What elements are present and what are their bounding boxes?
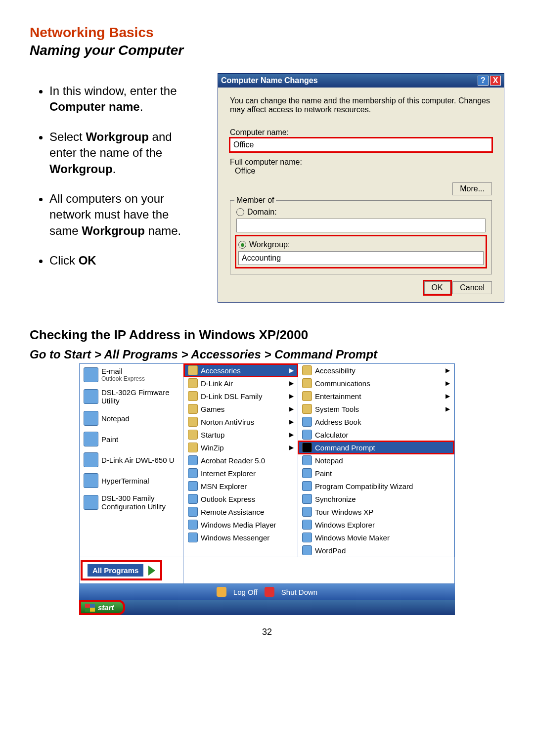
app-icon (84, 367, 98, 382)
cancel-button[interactable]: Cancel (452, 281, 492, 294)
arrow-right-icon: ▶ (289, 405, 294, 412)
member-of-group: Member of Domain: Workgroup: (230, 200, 492, 274)
app-icon (84, 432, 98, 446)
menu-item[interactable]: Remote Assistance (184, 505, 298, 518)
arrow-right-icon: ▶ (289, 418, 294, 425)
menu-item[interactable]: Norton AntiVirus▶ (184, 415, 298, 428)
domain-label: Domain: (247, 208, 277, 217)
computer-name-label: Computer name: (230, 128, 492, 137)
start-menu-item[interactable]: Paint (80, 429, 183, 449)
menu-item[interactable]: Accessibility▶ (298, 364, 454, 377)
menu-item[interactable]: Windows Explorer (298, 518, 454, 531)
menu-item-label: Windows Media Player (201, 521, 276, 529)
menu-item[interactable]: WordPad (298, 544, 454, 557)
menu-item[interactable]: Startup▶ (184, 428, 298, 441)
arrow-right-icon: ▶ (445, 367, 450, 374)
arrow-right-icon: ▶ (445, 380, 450, 387)
menu-item[interactable]: MSN Explorer (184, 480, 298, 492)
app-icon (188, 507, 198, 517)
start-menu-item[interactable]: E-mailOutlook Express (80, 364, 183, 385)
help-icon[interactable]: ? (478, 76, 489, 86)
shutdown-icon (265, 587, 274, 597)
arrow-right-icon: ▶ (289, 367, 294, 374)
section-subtitle: Naming your Computer (30, 43, 504, 58)
app-icon (302, 430, 312, 440)
app-icon (302, 545, 312, 555)
menu-item[interactable]: D-Link Air▶ (184, 377, 298, 390)
instruction-item: In this window, enter the Computer name. (49, 83, 198, 115)
computer-name-dialog: Computer Name Changes ? X You can change… (218, 73, 504, 303)
domain-input[interactable] (236, 219, 486, 232)
menu-item[interactable]: Tour Windows XP (298, 505, 454, 518)
folder-icon (188, 391, 198, 401)
menu-item-label: Address Book (315, 418, 361, 426)
menu-item[interactable]: System Tools▶ (298, 402, 454, 415)
app-icon (188, 533, 198, 542)
menu-item[interactable]: Synchronize (298, 492, 454, 505)
app-icon (302, 481, 312, 491)
menu-item[interactable]: Notepad (298, 454, 454, 467)
menu-item-label: Internet Explorer (201, 469, 256, 478)
workgroup-radio[interactable] (238, 241, 246, 249)
domain-radio[interactable] (236, 208, 244, 216)
menu-item[interactable]: Internet Explorer (184, 467, 298, 480)
menu-item-label: D-Link Air (201, 379, 233, 388)
ok-button[interactable]: OK (424, 281, 450, 294)
more-button[interactable]: More... (452, 182, 492, 195)
arrow-right-icon (148, 566, 155, 576)
menu-item[interactable]: Accessories▶ (184, 364, 298, 377)
workgroup-input[interactable] (238, 251, 484, 265)
app-icon (84, 389, 98, 404)
app-icon (188, 494, 198, 504)
computer-name-input[interactable] (230, 138, 492, 152)
folder-icon (188, 443, 198, 452)
start-label: start (98, 603, 114, 612)
menu-item[interactable]: WinZip▶ (184, 441, 298, 454)
menu-item[interactable]: Calculator (298, 428, 454, 441)
menu-item[interactable]: Address Book (298, 415, 454, 428)
arrow-right-icon: ▶ (289, 380, 294, 387)
app-icon (188, 455, 198, 465)
menu-item[interactable]: Communications▶ (298, 377, 454, 390)
close-icon[interactable]: X (490, 76, 501, 86)
dialog-description: You can change the name and the membersh… (230, 96, 492, 114)
menu-item[interactable]: Games▶ (184, 402, 298, 415)
menu-item-label: WinZip (201, 444, 224, 452)
menu-item-label: Acrobat Reader 5.0 (201, 456, 265, 465)
workgroup-label: Workgroup: (249, 240, 290, 249)
app-icon (302, 468, 312, 478)
start-menu-item[interactable]: HyperTerminal (80, 470, 183, 491)
start-button[interactable]: start (81, 602, 123, 613)
start-menu-item[interactable]: D-Link Air DWL-650 U (80, 449, 183, 470)
start-menu-item[interactable]: DSL-302G Firmware Utility (80, 385, 183, 408)
menu-item[interactable]: Windows Messenger (184, 531, 298, 544)
menu-item[interactable]: Outlook Express (184, 492, 298, 505)
menu-item-label: Startup (201, 431, 224, 439)
menu-item[interactable]: Windows Movie Maker (298, 531, 454, 544)
section2-path: Go to Start > All Programs > Accessories… (30, 348, 504, 361)
menu-item[interactable]: D-Link DSL Family▶ (184, 390, 298, 402)
shut-down-button[interactable]: Shut Down (281, 588, 317, 596)
menu-item[interactable]: Paint (298, 467, 454, 480)
start-menu-item[interactable]: DSL-300 Family Configuration Utility (80, 491, 183, 514)
menu-item-label: Windows Movie Maker (315, 534, 390, 542)
menu-item-label: Norton AntiVirus (201, 418, 254, 426)
instruction-item: Click OK (49, 253, 198, 268)
menu-item[interactable]: Entertainment▶ (298, 390, 454, 402)
all-programs-button[interactable]: All Programs (83, 562, 160, 578)
menu-item-label: D-Link DSL Family (201, 392, 262, 400)
menu-item[interactable]: Windows Media Player (184, 518, 298, 531)
xp-start-menu: E-mailOutlook ExpressDSL-302G Firmware U… (79, 363, 455, 615)
menu-item[interactable]: Command Prompt (298, 441, 454, 454)
app-icon (188, 468, 198, 478)
menu-item[interactable]: Program Compatibility Wizard (298, 480, 454, 492)
log-off-button[interactable]: Log Off (233, 588, 258, 596)
menu-item-label: Accessibility (315, 366, 356, 375)
app-icon (302, 455, 312, 465)
menu-item[interactable]: Acrobat Reader 5.0 (184, 454, 298, 467)
start-menu-item[interactable]: Notepad (80, 408, 183, 429)
dialog-titlebar: Computer Name Changes ? X (218, 74, 504, 88)
instruction-bullets: In this window, enter the Computer name.… (30, 73, 198, 283)
page-number: 32 (30, 627, 504, 637)
arrow-right-icon: ▶ (445, 405, 450, 412)
